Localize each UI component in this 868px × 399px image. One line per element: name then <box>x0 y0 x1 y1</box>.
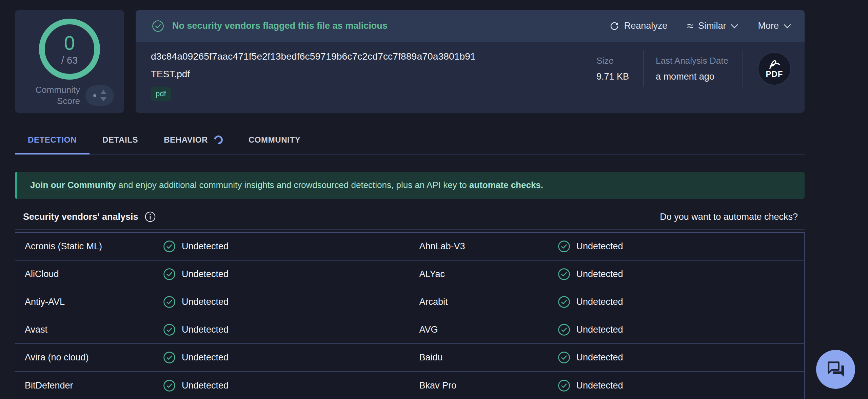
automate-checks-link[interactable]: automate checks. <box>469 180 543 190</box>
table-row: Avast Undetected AVG Undetected <box>15 316 804 344</box>
report-tabs: DETECTION DETAILS BEHAVIOR COMMUNITY <box>15 127 805 155</box>
status-text: Undetected <box>182 324 229 335</box>
automate-checks-prompt: Do you want to automate checks? <box>660 212 805 222</box>
table-row: BitDefender Undetected Bkav Pro Und <box>15 372 804 399</box>
vendor-name: AVG <box>410 324 558 335</box>
divider <box>743 50 743 87</box>
detection-score-ring: 0 / 63 <box>39 19 100 80</box>
undetected-check-icon <box>558 268 570 280</box>
verdict-strip: No security vendors flagged this file as… <box>136 10 805 42</box>
status-text: Undetected <box>576 380 623 391</box>
file-type-tag[interactable]: pdf <box>151 87 171 101</box>
status-text: Undetected <box>182 241 229 252</box>
status-text: Undetected <box>576 352 623 363</box>
pdf-file-icon: PDF <box>758 52 791 85</box>
file-summary-card: No security vendors flagged this file as… <box>136 10 805 113</box>
status-text: Undetected <box>182 297 229 307</box>
status-cell: Undetected <box>163 351 410 364</box>
engines-total: / 63 <box>61 55 78 66</box>
reanalyze-button[interactable]: Reanalyze <box>609 21 668 31</box>
vendors-analysis-header: Security vendors' analysis Do you want t… <box>15 211 805 230</box>
chat-bubbles-icon <box>826 360 846 379</box>
vendors-table: Acronis (Static ML) Undetected AhnLab-V3 <box>15 232 805 399</box>
refresh-icon <box>609 21 619 31</box>
community-vote-widget[interactable] <box>85 85 114 106</box>
status-cell: Undetected <box>163 296 410 308</box>
file-size: Size 9.71 KB <box>584 56 643 82</box>
detections-count: 0 <box>64 33 75 53</box>
status-text: Undetected <box>182 380 229 391</box>
vendor-name: AliCloud <box>15 269 163 279</box>
tab-behavior[interactable]: BEHAVIOR <box>151 127 236 154</box>
section-title: Security vendors' analysis <box>23 212 138 222</box>
detection-score-card: 0 / 63 Community Score <box>15 10 124 113</box>
file-meta: Size 9.71 KB Last Analysis Date a moment… <box>584 50 791 87</box>
status-cell: Undetected <box>163 268 410 280</box>
vote-down-icon[interactable] <box>100 97 106 101</box>
vendor-name: Arcabit <box>410 297 558 307</box>
status-cell: Undetected <box>163 323 410 336</box>
similar-icon: ≈ <box>687 22 693 29</box>
last-analysis-date: Last Analysis Date a moment ago <box>644 56 743 82</box>
status-text: Undetected <box>182 352 229 363</box>
loading-spinner-icon <box>212 134 224 146</box>
vendor-name: Baidu <box>410 352 558 363</box>
table-row: AliCloud Undetected ALYac Undetecte <box>15 260 804 288</box>
status-cell: Undetected <box>163 379 410 392</box>
status-text: Undetected <box>576 297 623 307</box>
status-text: Undetected <box>182 269 229 279</box>
table-row: Antiy-AVL Undetected Arcabit Undete <box>15 288 804 316</box>
top-section: 0 / 63 Community Score <box>0 0 868 113</box>
vendor-name: BitDefender <box>15 380 163 391</box>
table-row: Avira (no cloud) Undetected Baidu U <box>15 344 804 372</box>
undetected-check-icon <box>558 323 570 336</box>
status-cell: Undetected <box>163 240 410 253</box>
status-cell: Undetected <box>558 296 805 308</box>
chevron-down-icon <box>731 24 738 28</box>
vendor-name: Avira (no cloud) <box>15 352 163 363</box>
tab-details[interactable]: DETAILS <box>90 127 151 154</box>
status-cell: Undetected <box>558 351 805 364</box>
verdict-message: No security vendors flagged this file as… <box>172 21 388 31</box>
status-cell: Undetected <box>558 240 805 253</box>
vendor-name: Acronis (Static ML) <box>15 241 163 252</box>
vote-up-icon[interactable] <box>100 90 106 94</box>
status-text: Undetected <box>576 324 623 335</box>
undetected-check-icon <box>558 296 570 308</box>
status-cell: Undetected <box>558 379 805 392</box>
vendor-name: AhnLab-V3 <box>410 241 558 252</box>
vendor-name: Bkav Pro <box>410 380 558 391</box>
check-circle-icon <box>152 20 164 32</box>
status-cell: Undetected <box>558 268 805 280</box>
table-row: Acronis (Static ML) Undetected AhnLab-V3 <box>15 233 804 260</box>
similar-button[interactable]: ≈ Similar <box>687 21 738 31</box>
status-cell: Undetected <box>558 323 805 336</box>
info-icon[interactable] <box>144 211 156 223</box>
undetected-check-icon <box>163 240 176 253</box>
join-community-link[interactable]: Join our Community <box>30 180 116 190</box>
pdf-label: PDF <box>766 69 783 79</box>
virustotal-file-report: 0 / 63 Community Score <box>0 0 868 399</box>
undetected-check-icon <box>163 268 176 280</box>
vendor-name: Antiy-AVL <box>15 297 163 307</box>
undetected-check-icon <box>163 296 176 308</box>
vote-dot-icon <box>93 94 96 97</box>
vote-arrows[interactable] <box>100 90 106 101</box>
tab-detection[interactable]: DETECTION <box>15 127 90 154</box>
status-text: Undetected <box>576 269 623 279</box>
vendor-name: ALYac <box>410 269 558 279</box>
status-text: Undetected <box>576 241 623 252</box>
undetected-check-icon <box>163 323 176 336</box>
chat-support-button[interactable] <box>816 350 855 389</box>
tab-community[interactable]: COMMUNITY <box>236 127 313 154</box>
vendor-name: Avast <box>15 324 163 335</box>
undetected-check-icon <box>163 351 176 364</box>
undetected-check-icon <box>163 379 176 392</box>
join-community-banner: Join our Community and enjoy additional … <box>15 172 805 199</box>
more-button[interactable]: More <box>758 21 791 31</box>
undetected-check-icon <box>558 240 570 253</box>
pdf-swoosh-icon <box>767 59 782 70</box>
chevron-down-icon <box>784 24 791 28</box>
community-score-label: Community Score <box>36 84 80 107</box>
undetected-check-icon <box>558 351 570 364</box>
